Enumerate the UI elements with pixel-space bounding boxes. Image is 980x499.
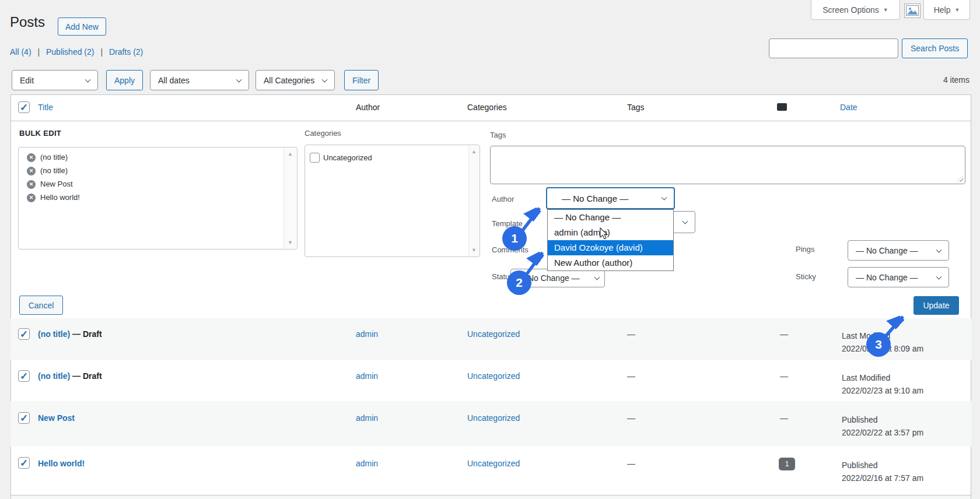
post-title-link[interactable]: (no title) [38, 329, 70, 339]
dates-filter-value: All dates [158, 76, 190, 85]
categories-filter-select[interactable]: All Categories [256, 70, 335, 90]
apply-button[interactable]: Apply [106, 70, 143, 90]
pings-select-value: — No Change — [856, 246, 918, 255]
table-footer [10, 495, 971, 499]
chevron-down-icon [936, 247, 942, 252]
chevron-down-icon [662, 195, 667, 201]
remove-post-icon[interactable]: ✕ [27, 180, 36, 189]
author-link[interactable]: admin [356, 413, 378, 423]
screen-options-tab[interactable]: Screen Options ▼ [811, 0, 900, 20]
category-link[interactable]: Uncategorized [467, 459, 520, 468]
help-label: Help [934, 5, 951, 15]
category-link[interactable]: Uncategorized [467, 413, 520, 423]
add-new-button[interactable]: Add New [58, 17, 106, 36]
tags-value: — [627, 329, 635, 339]
column-title[interactable]: Title [38, 103, 53, 112]
tags-textarea[interactable] [490, 146, 965, 184]
post-status-suffix: — Draft [70, 371, 102, 381]
categories-filter-value: All Categories [264, 76, 314, 85]
cancel-button[interactable]: Cancel [19, 296, 63, 315]
resize-grip-icon[interactable] [957, 175, 963, 182]
remove-post-icon[interactable]: ✕ [27, 153, 36, 162]
separator: | [37, 47, 40, 57]
row-checkbox[interactable] [18, 412, 30, 424]
search-input[interactable] [769, 38, 898, 58]
list-item: ✕Hello world! [27, 191, 297, 204]
categories-scrollbar[interactable]: ▲▼ [468, 146, 479, 256]
author-link[interactable]: admin [356, 329, 378, 339]
bulk-author-label: Author [492, 195, 514, 203]
uncategorized-checkbox[interactable] [310, 153, 320, 163]
bulk-categories-box: Uncategorized ▲▼ [304, 145, 480, 257]
caret-down-icon: ▼ [883, 7, 888, 13]
date-value: 2022/02/16 at 7:57 am [842, 472, 923, 484]
author-option[interactable]: — No Change — [548, 210, 673, 225]
callout-step-2: 2 [507, 270, 531, 295]
bulk-action-value: Edit [20, 76, 34, 85]
post-list-scrollbar[interactable]: ▲▼ [284, 148, 296, 248]
date-value: 2022/02/22 at 3:57 pm [842, 426, 923, 439]
author-link[interactable]: admin [356, 459, 378, 468]
remove-post-icon[interactable]: ✕ [27, 194, 36, 202]
column-date[interactable]: Date [840, 103, 858, 112]
update-button[interactable]: Update [914, 296, 959, 315]
comments-value: — [780, 329, 788, 339]
post-title-link[interactable]: New Post [38, 413, 75, 423]
comments-value: — [780, 371, 788, 381]
chevron-down-icon [322, 76, 328, 82]
comments-value: — [780, 413, 788, 423]
select-all-checkbox[interactable] [18, 101, 30, 113]
tags-value: — [627, 459, 635, 468]
pings-select[interactable]: — No Change — [848, 240, 949, 261]
table-row: (no title) — Draft admin Uncategorized —… [10, 318, 971, 360]
list-item: ✕New Post [27, 177, 297, 191]
category-link[interactable]: Uncategorized [467, 371, 520, 381]
post-title-link[interactable]: Hello world! [38, 459, 85, 468]
row-checkbox[interactable] [18, 457, 30, 469]
view-published-link[interactable]: Published (2) [46, 47, 94, 57]
chevron-down-icon [236, 76, 242, 82]
callout-step-1: 1 [502, 226, 527, 251]
row-checkbox[interactable] [18, 370, 30, 382]
column-author: Author [356, 103, 380, 112]
tags-value: — [627, 413, 635, 423]
chevron-down-icon [594, 275, 600, 280]
remove-post-icon[interactable]: ✕ [27, 167, 36, 175]
author-select[interactable]: — No Change — [546, 187, 675, 209]
dates-filter-select[interactable]: All dates [150, 70, 249, 90]
search-posts-button[interactable]: Search Posts [902, 38, 968, 58]
page-title: Posts [10, 14, 45, 30]
author-link[interactable]: admin [356, 371, 378, 381]
list-item: ✕(no title) [27, 150, 297, 164]
date-status: Published [842, 459, 923, 472]
date-cell: Last Modified 2022/02/23 at 9:10 am [842, 371, 923, 397]
row-checkbox[interactable] [18, 328, 30, 340]
bulk-edit-post-list: ✕(no title) ✕(no title) ✕New Post ✕Hello… [18, 147, 298, 250]
date-status: Published [842, 413, 923, 426]
comment-count-badge[interactable]: 1 [779, 458, 795, 470]
screen-options-label: Screen Options [822, 5, 879, 15]
author-option[interactable]: admin (admin) [548, 225, 673, 240]
date-cell: Published 2022/02/16 at 7:57 am [842, 459, 923, 484]
tags-value: — [627, 371, 635, 381]
bulk-categories-label: Categories [304, 129, 341, 138]
author-option-highlighted[interactable]: David Ozokoye (david) [548, 240, 673, 255]
post-title-link[interactable]: (no title) [38, 371, 70, 381]
wordpress-posts-screen: Screen Options ▼ Help ▼ Posts Add New Al… [0, 0, 980, 499]
column-categories: Categories [467, 103, 507, 112]
view-drafts-link[interactable]: Drafts (2) [109, 47, 143, 57]
filter-button[interactable]: Filter [344, 70, 379, 90]
chevron-down-icon [85, 76, 91, 82]
help-tab[interactable]: Help ▼ [923, 0, 970, 20]
comments-column-icon [777, 103, 787, 111]
date-status: Last Modified [842, 371, 923, 384]
view-all-link[interactable]: All (4) [10, 47, 32, 57]
sticky-select[interactable]: — No Change — [848, 267, 949, 287]
items-count: 4 items [943, 75, 970, 85]
list-item: ✕(no title) [27, 164, 297, 177]
bulk-sticky-label: Sticky [796, 272, 816, 281]
category-link[interactable]: Uncategorized [467, 329, 520, 339]
bulk-action-select[interactable]: Edit [12, 70, 98, 90]
author-option[interactable]: New Author (author) [548, 255, 673, 270]
view-filter-links: All (4) | Published (2) | Drafts (2) [10, 47, 143, 57]
